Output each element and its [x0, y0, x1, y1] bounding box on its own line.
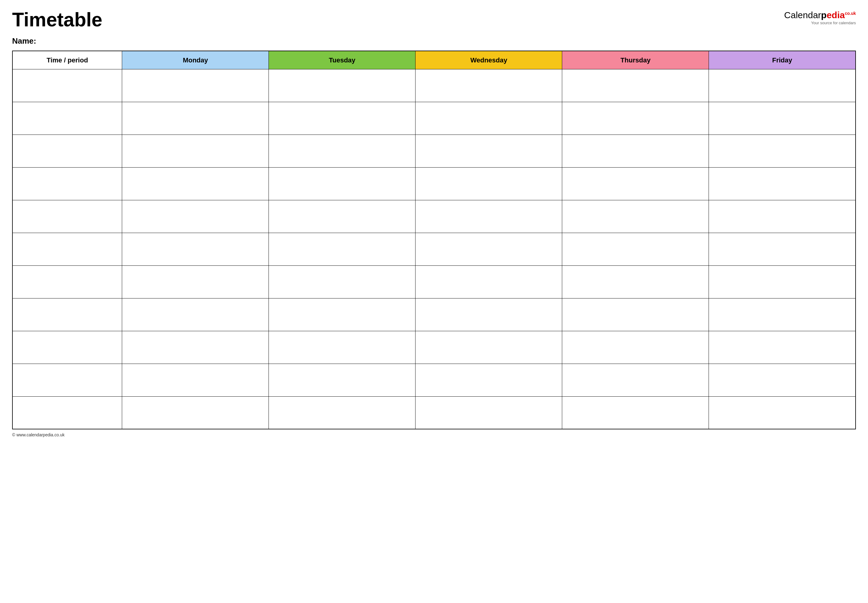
table-cell[interactable]	[122, 363, 269, 396]
page-title: Timetable	[12, 9, 102, 30]
table-cell[interactable]	[709, 331, 856, 363]
table-cell[interactable]	[12, 233, 122, 266]
table-row	[12, 396, 856, 429]
table-cell[interactable]	[416, 200, 562, 233]
table-cell[interactable]	[122, 102, 269, 135]
table-cell[interactable]	[416, 69, 562, 102]
table-cell[interactable]	[562, 135, 709, 167]
table-cell[interactable]	[12, 69, 122, 102]
timetable: Time / period Monday Tuesday Wednesday T…	[12, 51, 856, 429]
logo-p-text: p	[821, 10, 826, 20]
table-header-row: Time / period Monday Tuesday Wednesday T…	[12, 51, 856, 69]
table-cell[interactable]	[562, 69, 709, 102]
table-cell[interactable]	[562, 200, 709, 233]
logo: Calendarpediaco.uk Your source for calen…	[784, 11, 856, 25]
table-row	[12, 363, 856, 396]
footer-url: © www.calendarpedia.co.uk	[12, 432, 65, 437]
logo-subtitle: Your source for calendars	[811, 21, 856, 25]
table-row	[12, 102, 856, 135]
table-row	[12, 298, 856, 331]
table-cell[interactable]	[709, 102, 856, 135]
table-cell[interactable]	[709, 298, 856, 331]
logo-couk-text: co.uk	[845, 11, 856, 16]
footer: © www.calendarpedia.co.uk	[12, 432, 856, 437]
table-cell[interactable]	[12, 266, 122, 298]
table-cell[interactable]	[416, 266, 562, 298]
table-cell[interactable]	[416, 102, 562, 135]
logo-brand: Calendarpediaco.uk	[784, 11, 856, 20]
table-row	[12, 200, 856, 233]
table-row	[12, 233, 856, 266]
logo-calendar-text: Calendar	[784, 10, 821, 20]
table-cell[interactable]	[269, 331, 416, 363]
header-thursday: Thursday	[562, 51, 709, 69]
table-cell[interactable]	[562, 233, 709, 266]
page-header: Timetable Calendarpediaco.uk Your source…	[12, 9, 856, 30]
logo-edia-text: edia	[826, 10, 845, 20]
table-cell[interactable]	[269, 135, 416, 167]
table-cell[interactable]	[122, 200, 269, 233]
table-cell[interactable]	[122, 233, 269, 266]
table-row	[12, 331, 856, 363]
table-cell[interactable]	[269, 102, 416, 135]
table-cell[interactable]	[122, 167, 269, 200]
table-cell[interactable]	[12, 363, 122, 396]
table-cell[interactable]	[416, 233, 562, 266]
table-cell[interactable]	[709, 135, 856, 167]
table-cell[interactable]	[122, 266, 269, 298]
table-cell[interactable]	[416, 135, 562, 167]
table-cell[interactable]	[709, 266, 856, 298]
table-cell[interactable]	[122, 135, 269, 167]
table-cell[interactable]	[562, 363, 709, 396]
table-cell[interactable]	[12, 167, 122, 200]
table-cell[interactable]	[122, 69, 269, 102]
header-tuesday: Tuesday	[269, 51, 416, 69]
table-cell[interactable]	[12, 298, 122, 331]
table-cell[interactable]	[562, 266, 709, 298]
table-cell[interactable]	[122, 331, 269, 363]
header-monday: Monday	[122, 51, 269, 69]
table-cell[interactable]	[709, 167, 856, 200]
table-cell[interactable]	[269, 298, 416, 331]
table-cell[interactable]	[709, 233, 856, 266]
table-cell[interactable]	[12, 200, 122, 233]
table-cell[interactable]	[416, 396, 562, 429]
table-cell[interactable]	[269, 363, 416, 396]
table-cell[interactable]	[709, 363, 856, 396]
table-cell[interactable]	[562, 298, 709, 331]
name-label: Name:	[12, 36, 856, 46]
table-cell[interactable]	[416, 363, 562, 396]
table-cell[interactable]	[416, 298, 562, 331]
table-cell[interactable]	[269, 167, 416, 200]
table-cell[interactable]	[12, 396, 122, 429]
header-wednesday: Wednesday	[416, 51, 562, 69]
table-cell[interactable]	[416, 331, 562, 363]
table-cell[interactable]	[709, 69, 856, 102]
table-cell[interactable]	[269, 233, 416, 266]
table-cell[interactable]	[269, 200, 416, 233]
table-cell[interactable]	[709, 200, 856, 233]
table-cell[interactable]	[709, 396, 856, 429]
table-cell[interactable]	[122, 396, 269, 429]
header-time: Time / period	[12, 51, 122, 69]
table-cell[interactable]	[562, 167, 709, 200]
table-cell[interactable]	[269, 69, 416, 102]
table-cell[interactable]	[12, 102, 122, 135]
table-cell[interactable]	[562, 331, 709, 363]
table-cell[interactable]	[269, 396, 416, 429]
table-cell[interactable]	[416, 167, 562, 200]
header-friday: Friday	[709, 51, 856, 69]
table-cell[interactable]	[12, 135, 122, 167]
table-cell[interactable]	[562, 102, 709, 135]
table-row	[12, 69, 856, 102]
table-row	[12, 167, 856, 200]
table-row	[12, 135, 856, 167]
table-cell[interactable]	[122, 298, 269, 331]
table-cell[interactable]	[562, 396, 709, 429]
table-row	[12, 266, 856, 298]
table-cell[interactable]	[269, 266, 416, 298]
table-cell[interactable]	[12, 331, 122, 363]
